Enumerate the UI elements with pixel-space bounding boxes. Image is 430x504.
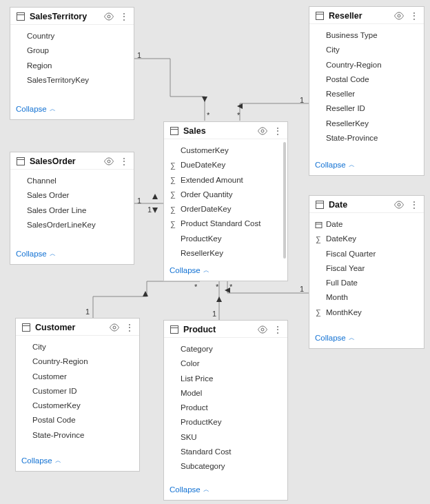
field[interactable]: Channel — [10, 174, 134, 188]
table-icon — [21, 323, 31, 332]
table-title: Reseller — [329, 11, 362, 21]
field[interactable]: Country-Region — [16, 354, 139, 369]
field[interactable]: Fiscal Year — [309, 261, 424, 276]
table-product[interactable]: Product ⋮ Category Color List Price Mode… — [163, 320, 288, 501]
more-options-icon[interactable]: ⋮ — [119, 157, 130, 166]
visibility-icon[interactable] — [109, 323, 120, 332]
field[interactable]: ∑MonthKey — [309, 305, 424, 320]
field[interactable]: Country — [10, 29, 134, 43]
chevron-up-icon: ︿ — [55, 456, 61, 465]
field[interactable]: Group — [10, 43, 134, 58]
visibility-icon[interactable] — [103, 12, 114, 21]
table-reseller[interactable]: Reseller ⋮ Business Type City Country-Re… — [309, 6, 424, 176]
calendar-icon — [314, 221, 323, 228]
more-options-icon[interactable]: ⋮ — [272, 325, 283, 334]
visibility-icon[interactable] — [257, 127, 268, 135]
field-list: Channel Sales Order Sales Order Line Sal… — [10, 170, 134, 245]
more-options-icon[interactable]: ⋮ — [409, 200, 420, 210]
field[interactable]: ∑Extended Amount — [164, 173, 287, 188]
field[interactable]: ∑Order Quantity — [164, 188, 287, 202]
table-icon — [315, 200, 325, 210]
field[interactable]: Month — [309, 290, 424, 305]
field[interactable]: ∑Sales Amount — [164, 261, 287, 261]
table-header: Sales ⋮ — [164, 122, 287, 139]
svg-rect-1 — [17, 13, 25, 15]
field[interactable]: CustomerKey — [164, 143, 287, 158]
table-date[interactable]: Date ⋮ Date ∑DateKey Fiscal Quarter Fisc… — [309, 195, 424, 349]
collapse-link[interactable]: Collapse︿ — [315, 161, 355, 170]
model-canvas[interactable]: 1 * 1 * 1 1 1 * 1 * 1 * SalesTerritory ⋮… — [0, 0, 430, 504]
field[interactable]: Color — [164, 356, 287, 371]
chevron-up-icon: ︿ — [349, 161, 355, 170]
field[interactable]: ∑DueDateKey — [164, 158, 287, 172]
cardinality-1: 1 — [137, 51, 141, 59]
field[interactable]: Customer — [16, 370, 139, 384]
field[interactable]: State-Province — [309, 131, 424, 145]
field[interactable]: Date — [309, 217, 424, 232]
svg-point-2 — [108, 15, 110, 18]
visibility-icon[interactable] — [103, 157, 114, 165]
field[interactable]: City — [16, 340, 139, 354]
field[interactable]: Reseller ID — [309, 101, 424, 116]
cardinality-star: * — [207, 111, 209, 119]
field[interactable]: List Price — [164, 372, 287, 386]
more-options-icon[interactable]: ⋮ — [272, 126, 283, 136]
more-options-icon[interactable]: ⋮ — [124, 323, 135, 332]
field[interactable]: Product — [164, 401, 287, 415]
field[interactable]: State-Province — [16, 428, 139, 443]
field[interactable]: Sales Order Line — [10, 203, 134, 218]
sigma-icon: ∑ — [168, 189, 178, 201]
table-salesterritory[interactable]: SalesTerritory ⋮ Country Group Region Sa… — [10, 7, 134, 120]
field[interactable]: Model — [164, 386, 287, 401]
field-list: Country Group Region SalesTerritoryKey — [10, 25, 134, 100]
svg-point-22 — [261, 328, 264, 331]
scrollbar[interactable] — [283, 142, 286, 259]
visibility-icon[interactable] — [393, 201, 405, 209]
field[interactable]: Reseller — [309, 87, 424, 101]
svg-rect-0 — [17, 13, 25, 21]
field[interactable]: Postal Code — [16, 413, 139, 427]
field[interactable]: Full Date — [309, 276, 424, 290]
field[interactable]: Standard Cost — [164, 445, 287, 459]
field[interactable]: Category — [164, 342, 287, 356]
collapse-link[interactable]: Collapse︿ — [170, 485, 209, 494]
table-header: SalesOrder ⋮ — [10, 152, 134, 170]
field[interactable]: ∑OrderDateKey — [164, 202, 287, 216]
field[interactable]: Region — [10, 59, 134, 73]
field-list: Date ∑DateKey Fiscal Quarter Fiscal Year… — [309, 213, 424, 329]
field[interactable]: SalesOrderLineKey — [10, 218, 134, 232]
collapse-link[interactable]: Collapse︿ — [21, 456, 61, 465]
field[interactable]: ResellerKey — [164, 246, 287, 261]
collapse-link[interactable]: Collapse︿ — [16, 250, 56, 259]
collapse-link[interactable]: Collapse︿ — [16, 105, 56, 114]
field[interactable]: CustomerKey — [16, 399, 139, 413]
table-sales[interactable]: Sales ⋮ CustomerKey ∑DueDateKey ∑Extende… — [163, 121, 288, 281]
more-options-icon[interactable]: ⋮ — [409, 11, 420, 21]
svg-rect-12 — [316, 201, 324, 209]
field[interactable]: Postal Code — [309, 72, 424, 87]
field[interactable]: Customer ID — [16, 384, 139, 399]
table-salesorder[interactable]: SalesOrder ⋮ Channel Sales Order Sales O… — [10, 152, 134, 265]
field[interactable]: Sales Order — [10, 188, 134, 203]
collapse-link[interactable]: Collapse︿ — [170, 266, 209, 275]
visibility-icon[interactable] — [257, 325, 268, 334]
field[interactable]: ProductKey — [164, 415, 287, 430]
field[interactable]: City — [309, 43, 424, 57]
cardinality-star: * — [216, 283, 218, 291]
field[interactable]: SalesTerritoryKey — [10, 73, 134, 88]
field[interactable]: Business Type — [309, 28, 424, 43]
field[interactable]: ∑DateKey — [309, 232, 424, 246]
field[interactable]: ∑Product Standard Cost — [164, 216, 287, 231]
table-customer[interactable]: Customer ⋮ City Country-Region Customer … — [15, 318, 140, 472]
field[interactable]: Country-Region — [309, 58, 424, 72]
field[interactable]: ProductKey — [164, 232, 287, 246]
collapse-link[interactable]: Collapse︿ — [315, 334, 355, 343]
more-options-icon[interactable]: ⋮ — [119, 12, 130, 21]
visibility-icon[interactable] — [393, 12, 405, 20]
field[interactable]: ResellerKey — [309, 117, 424, 131]
field[interactable]: SKU — [164, 430, 287, 445]
field[interactable]: Fiscal Quarter — [309, 247, 424, 261]
table-title: SalesTerritory — [30, 12, 87, 21]
field[interactable]: Subcategory — [164, 459, 287, 474]
cardinality-star: * — [194, 283, 197, 291]
